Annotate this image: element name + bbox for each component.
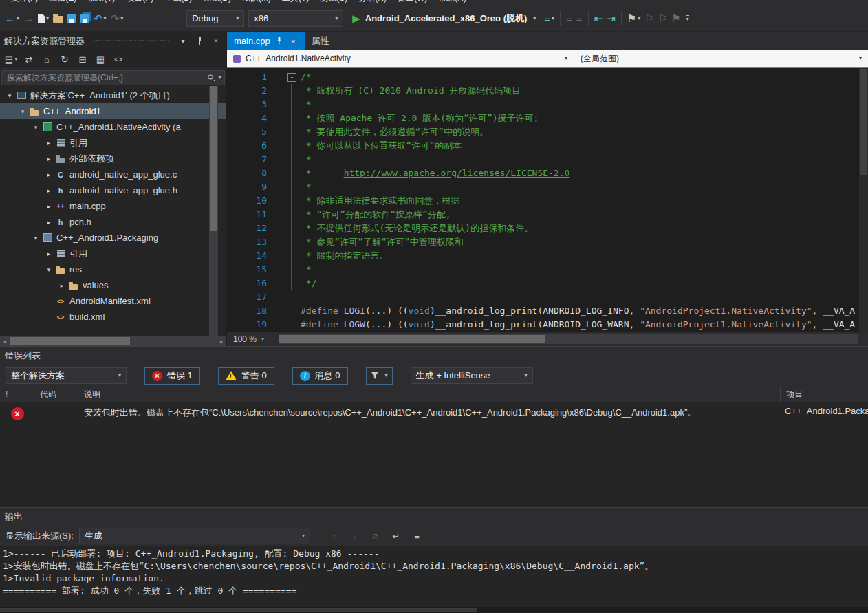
code-line[interactable]: 7 * xyxy=(227,153,868,166)
breakpoint-margin[interactable] xyxy=(227,70,238,84)
tree-item[interactable]: ▸引用 xyxy=(0,246,226,261)
breakpoint-margin[interactable] xyxy=(227,318,238,332)
scrollbar-thumb[interactable] xyxy=(10,337,130,345)
lines-icon[interactable] xyxy=(564,10,574,28)
tree-item[interactable]: ▸main.cpp xyxy=(0,198,226,214)
toolbar-overflow-icon[interactable] xyxy=(683,10,691,28)
warnings-filter-button[interactable]: 警告 0 xyxy=(218,367,274,385)
code-line[interactable]: 18#define LOGI(...) ((void)__android_log… xyxy=(227,304,868,318)
menu-item[interactable]: 窗口(W) xyxy=(392,0,433,6)
breakpoint-margin[interactable] xyxy=(227,84,238,98)
pin-icon[interactable] xyxy=(193,35,206,47)
new-file-icon[interactable] xyxy=(36,10,51,28)
menu-item[interactable]: 视图(V) xyxy=(82,0,120,6)
switch-views-icon[interactable]: ▤ xyxy=(3,52,19,67)
editor-vertical-scrollbar[interactable] xyxy=(859,68,868,332)
output-text[interactable]: 1>------ 已启动部署: 项目: C++_Android1.Packagi… xyxy=(0,546,868,607)
breakpoint-margin[interactable] xyxy=(227,111,238,125)
decrease-indent-icon[interactable] xyxy=(592,10,605,28)
code-line[interactable]: 5 * 要使用此文件，必须遵循“许可”中的说明。 xyxy=(227,125,868,139)
tree-item[interactable]: ▾解决方案'C++_Android1' (2 个项目) xyxy=(0,87,226,103)
tree-item[interactable]: ▸values xyxy=(0,277,226,293)
tab-main-cpp[interactable]: main.cpp × xyxy=(227,32,305,50)
error-source-select[interactable]: 生成 + IntelliSense xyxy=(411,367,533,384)
code-line[interactable]: 1/* xyxy=(227,70,868,84)
expander-icon[interactable]: ▸ xyxy=(56,282,67,289)
menu-item[interactable]: 测试(S) xyxy=(314,0,353,6)
breakpoint-margin[interactable] xyxy=(227,180,238,194)
tree-item[interactable]: ▸android_native_app_glue.h xyxy=(0,182,226,198)
menu-item[interactable]: 调试(D) xyxy=(197,0,237,6)
expander-icon[interactable]: ▾ xyxy=(17,108,28,115)
editor-horizontal-scrollbar[interactable] xyxy=(279,334,858,344)
window-menu-icon[interactable] xyxy=(177,35,189,47)
menu-item[interactable]: 帮助(H) xyxy=(433,0,472,6)
bookmark-toggle-icon[interactable] xyxy=(625,10,642,28)
breakpoint-margin[interactable] xyxy=(227,125,238,139)
filter-button[interactable] xyxy=(366,367,393,385)
scroll-left-icon[interactable]: ◂ xyxy=(0,336,10,346)
breakpoint-margin[interactable] xyxy=(227,98,238,111)
toggle-word-wrap-icon[interactable] xyxy=(389,528,404,544)
clear-all-icon[interactable] xyxy=(368,528,383,544)
breakpoint-margin[interactable] xyxy=(227,222,238,235)
goto-next-message-icon[interactable] xyxy=(347,528,362,544)
save-icon[interactable] xyxy=(65,10,78,28)
properties-icon[interactable]: ▦ xyxy=(92,52,109,67)
breakpoint-margin[interactable] xyxy=(227,249,238,263)
code-line[interactable]: 13 * 参见“许可”了解“许可”中管理权限和 xyxy=(227,235,868,249)
breakpoint-margin[interactable] xyxy=(227,277,238,290)
code-column-header[interactable]: 代码 xyxy=(34,387,78,402)
expander-icon[interactable]: ▸ xyxy=(43,203,54,210)
code-line[interactable]: 6 * 你可以从以下位置获取“许可”的副本 xyxy=(227,139,868,153)
code-line[interactable]: 4 * 按照 Apache 许可 2.0 版本(称为“许可”)授予许可; xyxy=(227,111,868,125)
breakpoint-margin[interactable] xyxy=(227,208,238,222)
expander-icon[interactable]: ▾ xyxy=(30,235,41,241)
scrollbar-track[interactable] xyxy=(10,336,217,346)
lines-arrow-icon[interactable] xyxy=(574,10,585,28)
expander-icon[interactable]: ▸ xyxy=(43,187,54,194)
scrollbar-thumb[interactable] xyxy=(210,86,217,231)
code-line[interactable]: 10 * 除非适用法律要求或书面同意，根据 xyxy=(227,194,868,208)
pin-tab-icon[interactable] xyxy=(275,36,284,45)
tree-item[interactable]: ▸pch.h xyxy=(0,214,226,230)
solution-platform-select[interactable]: x86 xyxy=(248,10,343,27)
zoom-select[interactable]: 100 % xyxy=(227,334,279,344)
code-line[interactable]: 2 * 版权所有 (C) 2010 Android 开放源码代码项目 xyxy=(227,84,868,98)
bookmark-next-icon[interactable] xyxy=(656,10,669,28)
tree-vertical-scrollbar[interactable] xyxy=(209,86,218,336)
goto-prev-message-icon[interactable] xyxy=(327,528,342,544)
drag-handle[interactable] xyxy=(93,39,169,43)
tree-item[interactable]: ▾res xyxy=(0,261,226,277)
tab-properties[interactable]: 属性 xyxy=(305,32,336,50)
open-file-icon[interactable] xyxy=(51,10,65,28)
scope-dropdown[interactable]: (全局范围) xyxy=(574,50,868,67)
view-code-icon[interactable]: <> xyxy=(110,52,127,67)
severity-column-header[interactable]: ! xyxy=(0,387,34,402)
expander-icon[interactable]: ▸ xyxy=(43,140,54,147)
bookmark-clear-icon[interactable] xyxy=(669,10,682,28)
breakpoint-margin[interactable] xyxy=(227,235,238,249)
tree-horizontal-scrollbar[interactable]: ◂ ▸ xyxy=(0,336,226,346)
home-icon[interactable]: ⌂ xyxy=(39,52,55,67)
types-dropdown[interactable]: C++_Android1.NativeActivity xyxy=(227,50,574,67)
messages-filter-button[interactable]: 消息 0 xyxy=(292,367,348,385)
scrollbar-thumb[interactable] xyxy=(279,335,545,343)
breakpoint-margin[interactable] xyxy=(227,304,238,318)
scroll-right-icon[interactable]: ▸ xyxy=(217,336,226,346)
search-icon[interactable] xyxy=(204,70,225,85)
scrollbar-thumb[interactable] xyxy=(860,69,867,175)
expander-icon[interactable]: ▾ xyxy=(30,124,41,131)
expander-icon[interactable]: ▾ xyxy=(43,266,54,273)
bookmark-prev-icon[interactable] xyxy=(642,10,655,28)
collapse-all-icon[interactable]: ⊟ xyxy=(74,52,91,67)
menu-item[interactable]: 团队(M) xyxy=(237,0,276,6)
code-editor[interactable]: 1/*2 * 版权所有 (C) 2010 Android 开放源码代码项目3 *… xyxy=(227,68,868,332)
navigate-forward-icon[interactable]: → xyxy=(21,10,36,28)
close-tab-icon[interactable]: × xyxy=(289,36,298,45)
code-line[interactable]: 19#define LOGW(...) ((void)__android_log… xyxy=(227,318,868,332)
expander-icon[interactable]: ▾ xyxy=(4,92,15,99)
increase-indent-icon[interactable] xyxy=(605,10,618,28)
code-line[interactable]: 15 * xyxy=(227,263,868,277)
error-row[interactable]: 安装包时出错。磁盘上不存在包“C:\Users\chenchen\source\… xyxy=(0,402,868,424)
